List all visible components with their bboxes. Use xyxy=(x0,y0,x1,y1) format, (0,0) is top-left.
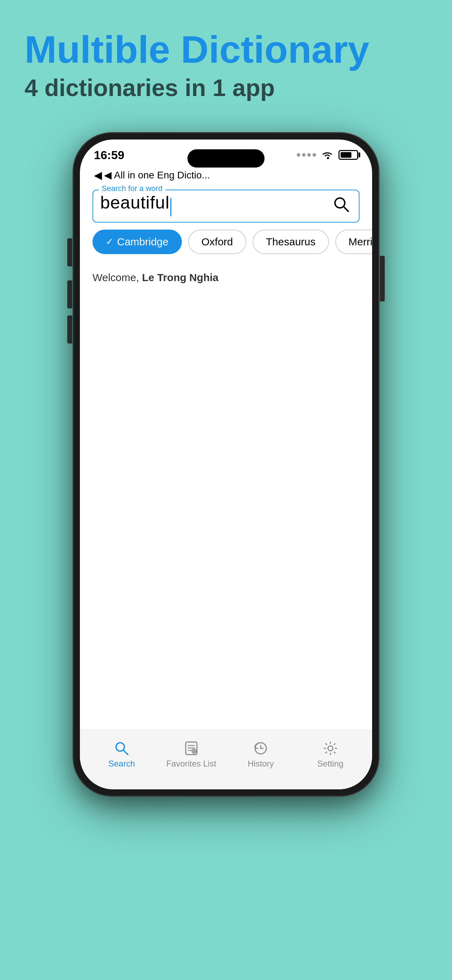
tab-oxford-label: Oxford xyxy=(202,236,233,248)
signal-dot-2 xyxy=(302,153,306,157)
phone-mockup: 16:59 xyxy=(73,133,379,795)
search-word: beautiful xyxy=(100,193,170,212)
search-input-row: beautiful xyxy=(100,192,352,216)
favorites-tab-label: Favorites List xyxy=(166,759,216,768)
tab-bar-favorites[interactable]: Favorites List xyxy=(157,741,226,768)
favorites-tab-icon xyxy=(184,741,199,756)
status-time: 16:59 xyxy=(94,148,124,162)
nav-back[interactable]: ◀ ◀ All in one Eng Dictio... xyxy=(80,167,372,186)
search-tab-label: Search xyxy=(108,759,135,768)
tab-oxford[interactable]: Oxford xyxy=(188,229,246,254)
phone-screen: 16:59 xyxy=(80,140,372,789)
tab-bar-search[interactable]: Search xyxy=(87,741,157,768)
battery-fill xyxy=(341,152,352,158)
tab-cambridge-label: Cambridge xyxy=(117,236,169,248)
search-area: Search for a word beautiful xyxy=(80,186,372,229)
history-tab-label: History xyxy=(248,759,274,768)
svg-line-2 xyxy=(344,207,348,212)
tab-bar-setting[interactable]: Setting xyxy=(296,741,366,768)
page-subtitle: 4 dictionaries in 1 app xyxy=(24,74,428,101)
back-chevron-icon: ◀ xyxy=(94,169,102,181)
signal-dot-1 xyxy=(297,153,300,157)
svg-point-0 xyxy=(327,157,329,159)
tab-merriam[interactable]: Merriam xyxy=(335,229,372,254)
welcome-prefix: Welcome, xyxy=(92,272,142,283)
tab-bar-history[interactable]: History xyxy=(226,741,296,768)
svg-point-15 xyxy=(328,746,333,751)
page-title: Multible Dictionary xyxy=(24,28,428,70)
tab-thesaurus-label: Thesaurus xyxy=(266,236,316,248)
signal-dot-4 xyxy=(312,153,316,157)
search-label: Search for a word xyxy=(99,184,166,193)
setting-tab-label: Setting xyxy=(317,759,344,768)
text-cursor xyxy=(170,198,171,216)
search-input[interactable]: beautiful xyxy=(100,192,171,216)
phone-frame: 16:59 xyxy=(73,133,379,795)
search-box-wrapper: Search for a word beautiful xyxy=(92,189,360,223)
status-icons xyxy=(297,150,358,160)
tab-check-icon: ✓ xyxy=(106,236,113,247)
bottom-tab-bar: Search xyxy=(80,730,372,789)
svg-line-4 xyxy=(123,750,128,755)
signal-dot-3 xyxy=(307,153,311,157)
tab-thesaurus[interactable]: Thesaurus xyxy=(253,229,329,254)
setting-tab-icon xyxy=(323,741,338,756)
search-button[interactable] xyxy=(331,194,352,215)
page-header: Multible Dictionary 4 dictionaries in 1 … xyxy=(24,28,428,101)
search-tab-icon xyxy=(114,741,129,756)
content-area xyxy=(80,291,372,730)
tab-merriam-label: Merriam xyxy=(349,236,372,248)
signal-dots xyxy=(297,153,316,157)
battery-icon xyxy=(339,150,358,160)
welcome-name: Le Trong Nghia xyxy=(142,272,218,283)
dictionary-tabs: ✓ Cambridge Oxford Thesaurus Merriam xyxy=(80,229,372,261)
welcome-message: Welcome, Le Trong Nghia xyxy=(80,261,372,291)
dynamic-island xyxy=(188,149,264,167)
history-tab-icon xyxy=(253,741,268,756)
wifi-icon xyxy=(321,150,334,160)
tab-cambridge[interactable]: ✓ Cambridge xyxy=(92,229,182,254)
nav-back-label: ◀ All in one Eng Dictio... xyxy=(104,169,210,181)
